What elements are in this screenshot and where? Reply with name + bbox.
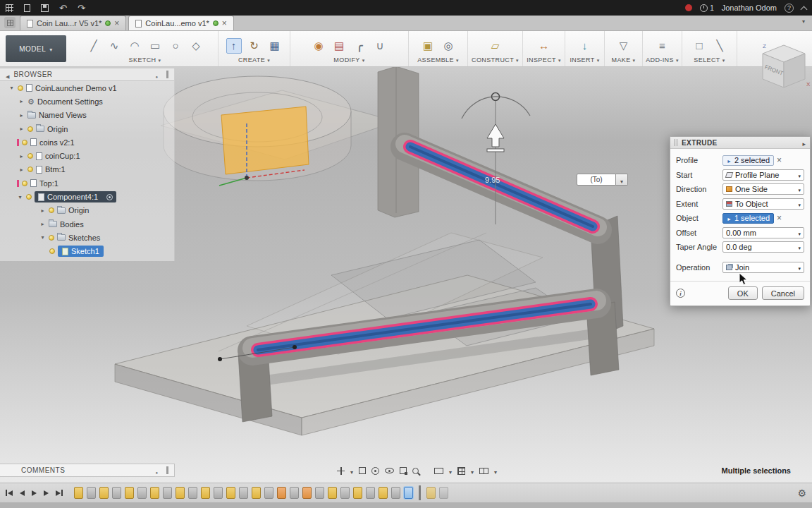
viewports-dropdown-icon[interactable] [494,464,497,477]
fit-view-icon[interactable] [359,467,366,474]
timeline-feature[interactable] [239,487,248,499]
display-settings-dropdown-icon[interactable] [449,464,452,477]
save-icon[interactable] [41,4,49,12]
offset-input[interactable]: 0.00 mm [722,227,804,238]
visibility-bulb-icon[interactable] [22,140,27,145]
make-icon[interactable] [616,38,632,54]
timeline-feature[interactable] [87,487,96,499]
close-tab-icon[interactable] [222,19,227,28]
revolve-icon[interactable] [247,38,262,54]
browser-item-coins[interactable]: coins v2:1 [0,135,174,149]
browser-item-top[interactable]: Top:1 [0,176,174,190]
expand-arrow-icon[interactable] [18,98,25,104]
expand-arrow-icon[interactable] [39,207,46,214]
construction-plane-icon[interactable] [488,38,503,54]
sketch-circle-icon[interactable] [168,38,183,54]
comments-bar[interactable]: COMMENTS [0,464,175,477]
record-icon[interactable] [685,4,692,11]
pan-icon[interactable] [337,467,345,475]
visibility-bulb-icon[interactable] [27,126,33,132]
construct-menu[interactable]: CONSTRUCT [469,56,521,64]
profile-clear-icon[interactable] [777,156,782,164]
object-clear-icon[interactable] [777,214,782,222]
undo-icon[interactable] [59,4,67,13]
help-icon[interactable]: ? [785,4,794,13]
expand-arrow-icon[interactable] [18,112,25,119]
timeline-feature[interactable] [163,487,172,499]
scripts-addins-icon[interactable] [655,38,670,54]
browser-item-origin-child[interactable]: Origin [0,204,174,217]
browser-item-sketch1[interactable]: Sketch1 [0,245,174,258]
sketch-arc-icon[interactable] [127,38,142,54]
assemble-menu[interactable]: ASSEMBLE [410,56,466,64]
dialog-titlebar[interactable]: EXTRUDE [670,137,810,149]
tab-overflow-icon[interactable] [802,13,805,26]
close-tab-icon[interactable] [114,19,119,28]
timeline-feature[interactable] [137,487,147,499]
visibility-bulb-icon[interactable] [49,207,54,213]
visibility-bulb-icon[interactable] [49,235,54,241]
timeline-sketch-feature[interactable] [226,487,235,499]
timeline-feature[interactable] [112,487,121,499]
user-account-menu[interactable]: Jonathan Odom [722,4,777,12]
sketch-line-icon[interactable] [86,38,102,54]
visibility-bulb-icon[interactable] [22,181,27,186]
timeline-sketch-feature[interactable] [201,487,210,499]
step-back-button[interactable] [20,490,25,496]
timeline-settings-gear-icon[interactable] [797,487,806,500]
select-paint-icon[interactable] [712,38,727,54]
pin-icon[interactable] [155,68,158,81]
timeline-sketch-feature[interactable] [125,487,134,499]
cancel-button[interactable]: Cancel [762,286,804,300]
job-status-clock[interactable]: 1 [700,4,714,12]
ok-button[interactable]: OK [728,286,758,300]
activate-component-radio[interactable] [106,194,113,200]
press-pull-icon[interactable] [311,38,326,54]
viewports-icon[interactable] [479,468,488,474]
app-grid-icon[interactable] [6,4,13,12]
tab-coinlauncher-demo[interactable]: CoinLau...emo v1* [128,16,234,30]
grid-snaps-dropdown-icon[interactable] [471,464,474,477]
browser-item-document-settings[interactable]: Document Settings [0,95,174,108]
object-selection-chip[interactable]: 1 selected [722,213,774,224]
step-forward-button[interactable] [44,490,49,496]
inspect-menu[interactable]: INSPECT [524,56,563,64]
sketch-menu[interactable]: SKETCH [73,56,216,64]
measure-icon[interactable] [536,38,552,54]
select-window-icon[interactable] [691,38,707,54]
profile-selection-chip[interactable]: 2 selected [722,155,774,166]
timeline-feature[interactable] [315,487,324,499]
timeline-sketch-feature[interactable] [150,487,159,499]
timeline-sketch-feature[interactable] [99,487,109,499]
modify-menu[interactable]: MODIFY [292,56,407,64]
display-settings-icon[interactable] [434,468,443,474]
visibility-bulb-icon[interactable] [18,85,23,91]
timeline-sketch-feature[interactable] [328,487,337,499]
selected-component-highlight[interactable]: Component4:1 [35,191,116,202]
timeline-warning-feature[interactable] [302,487,312,499]
new-component-icon[interactable] [420,38,436,54]
go-to-start-button[interactable] [6,490,13,496]
fillet-icon[interactable] [352,38,367,54]
timeline-sketch-feature[interactable] [426,487,436,499]
timeline-position-marker[interactable] [419,485,421,500]
timeline-feature[interactable] [340,487,350,499]
collapse-panel-icon[interactable] [6,68,9,81]
browser-item-coincup[interactable]: coinCup:1 [0,149,174,162]
collapse-chevron-icon[interactable] [801,6,808,13]
zoom-window-icon[interactable] [400,467,407,474]
visibility-bulb-icon[interactable] [26,194,32,200]
visibility-bulb-icon[interactable] [49,248,55,254]
timeline-feature[interactable] [264,487,273,499]
timeline-feature[interactable] [188,487,197,499]
free-orbit-icon[interactable] [371,467,379,475]
info-icon[interactable] [676,289,685,298]
view-cube[interactable]: Z FRONT X [753,37,812,97]
expand-arrow-icon[interactable] [8,85,15,91]
expand-arrow-icon[interactable] [18,126,25,132]
browser-item-root[interactable]: CoinLauncher Demo v1 [0,81,174,95]
extent-dropdown-icon[interactable] [616,174,628,186]
pan-dropdown-icon[interactable] [350,464,353,477]
visibility-bulb-icon[interactable] [27,153,33,159]
drag-grip-icon[interactable] [675,139,677,146]
